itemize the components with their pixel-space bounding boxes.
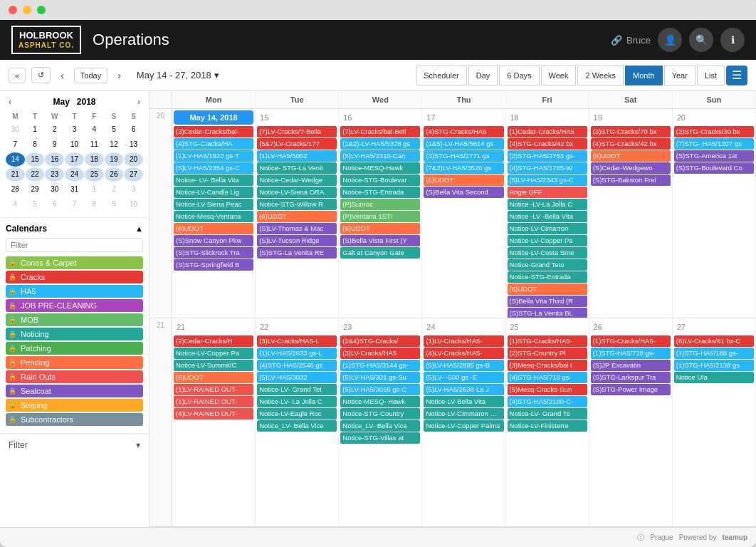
calendar-event[interactable]: (S)STG-Boulevard Co — [674, 162, 754, 174]
calendar-event[interactable]: (7)STG- HA5/1207 gs — [674, 138, 754, 150]
calendar-event[interactable]: (3)LV-Cracks/HA5 — [340, 348, 420, 359]
calendar-event[interactable]: (3)Mesq-Cracks/bal t — [508, 360, 587, 371]
calendar-event[interactable]: (S)LV-Tucson Ridge — [257, 235, 337, 246]
calendar-event[interactable]: (3)Cedar-Cracks/bal- — [174, 126, 253, 137]
calendar-event[interactable]: (S)STG-Power Image — [591, 384, 671, 395]
calendar-event[interactable]: (4)STG-Cracks/42 bx — [591, 138, 671, 150]
mini-day[interactable]: 19 — [105, 152, 124, 167]
mini-day[interactable]: 6 — [124, 123, 143, 137]
mini-day[interactable]: 21 — [6, 167, 25, 182]
calendar-filter-input[interactable] — [6, 238, 143, 252]
mini-day[interactable]: 28 — [6, 182, 25, 197]
calendar-event[interactable]: Notice-LV-Costa Sme — [508, 247, 587, 259]
mini-day[interactable]: 20 — [124, 152, 143, 167]
calendar-event[interactable]: (1)Cedar-Cracks/HA5 — [508, 126, 587, 137]
calendar-event[interactable]: (4)LV-RAINED OUT- — [174, 408, 253, 420]
calendar-event[interactable]: (S)Bella Vista First (Y — [340, 235, 420, 246]
calendar-item[interactable]: 🔒Pending — [6, 356, 143, 369]
calendar-event[interactable]: Notice-LV- Grand Te — [508, 408, 587, 420]
calendar-event[interactable]: (1)STG-HA5/2138 gs — [674, 360, 754, 371]
calendar-item[interactable]: 🔒Striping — [6, 399, 143, 412]
mini-day[interactable]: 5 — [105, 123, 124, 137]
mini-day[interactable]: 1 — [26, 123, 45, 137]
day-column[interactable]: 19(3)STG-Cracks/70 bx(4)STG-Cracks/42 bx… — [589, 109, 673, 318]
calendar-event[interactable]: (5)LV-HA5/301 gs-Su — [340, 372, 420, 383]
day-column[interactable]: 21(2)Cedar-Cracks/HNotice-LV-Copper PaNo… — [172, 318, 256, 527]
mini-day[interactable]: 30 — [45, 182, 64, 197]
calendar-event[interactable]: Notice_LV- Bella Vice — [257, 420, 337, 432]
view-day[interactable]: Day — [468, 66, 498, 85]
calendar-event[interactable]: Notice-LV-Copper Palms — [424, 420, 503, 432]
mini-day[interactable]: 9 — [105, 197, 124, 212]
calendar-event[interactable]: (S)STG-Larkspur Tra — [591, 372, 671, 383]
calendar-event[interactable]: (1&2)-LV-HA5/5378 gs — [340, 138, 420, 150]
mini-day[interactable]: 12 — [105, 137, 124, 152]
calendar-event[interactable]: Notice-LV-Copper Pa — [174, 348, 253, 359]
calendar-item[interactable]: 🔒Subcontractors — [6, 413, 143, 426]
mini-day[interactable]: 16 — [45, 152, 64, 167]
calendar-event[interactable]: Notice-MESQ- Hawk — [340, 396, 420, 407]
mini-day[interactable]: 4 — [6, 197, 25, 212]
calendar-event[interactable]: (4)LV-Cracks/HA5- — [424, 348, 503, 359]
view-scheduler[interactable]: Scheduler — [416, 66, 467, 85]
view-week[interactable]: Week — [541, 66, 577, 85]
mini-day[interactable]: 8 — [26, 137, 45, 152]
calendar-event[interactable]: (5)LV-HA5/2638-La J — [424, 384, 503, 395]
calendar-item[interactable]: 🔒Noticing — [6, 328, 143, 340]
calendar-event[interactable]: (3)STG-HA5/2771 gs — [424, 150, 503, 162]
calendar-event[interactable]: (7)LV-Cracks/?-Bella — [257, 126, 337, 137]
mini-day[interactable]: 15 — [26, 152, 45, 167]
mini-day[interactable]: 23 — [45, 167, 64, 182]
calendar-event[interactable]: (5)LV-HA5/2895 gs-B — [424, 360, 503, 371]
calendar-event[interactable]: (5)LV-HA5/3032 — [257, 372, 337, 383]
calendar-event[interactable]: (4)STG-Cracks/42 bx — [508, 138, 587, 150]
mini-day[interactable]: 1 — [85, 182, 104, 197]
day-column[interactable]: 24(1)LV-Cracks/HA5-(4)LV-Cracks/HA5-(5)L… — [422, 318, 505, 527]
calendar-event[interactable]: (1)STG-Cracks/HA5- — [591, 335, 671, 347]
nav-forward-btn[interactable]: › — [113, 68, 125, 83]
calendar-event[interactable]: (1)LV-Cracks/HA5- — [424, 335, 503, 347]
filter-section[interactable]: Filter ▾ — [0, 434, 149, 456]
calendar-event[interactable]: (4)STG-Cracks/HA5 — [424, 126, 503, 137]
calendar-event[interactable]: (5)LV-HA5/2343 gs-C — [508, 174, 587, 186]
mini-day[interactable]: 7 — [65, 197, 84, 212]
calendar-event[interactable]: Notice-Mesq-Ventana — [174, 211, 253, 222]
calendar-event[interactable]: Notice-STG-Entrada — [340, 187, 420, 198]
calendar-event[interactable]: Notice-LV- La Jolla C — [257, 396, 337, 407]
calendar-event[interactable]: (6)UDOT — [591, 150, 671, 162]
calendar-event[interactable]: Notice -LV-La Jolla C — [508, 199, 587, 210]
calendar-event[interactable]: (1)STG-HA5/3144 gs- — [340, 360, 420, 371]
calendar-event[interactable]: Notice-STG-Boulevar — [340, 174, 420, 186]
view-month[interactable]: Month — [625, 66, 663, 85]
calendar-event[interactable]: (2)STG-HA5/2753 gs- — [508, 150, 587, 162]
calendar-event[interactable]: (S)STG-Bakston Frei — [591, 174, 671, 186]
mini-day[interactable]: 7 — [6, 137, 25, 152]
mini-day[interactable]: 22 — [26, 167, 45, 182]
day-column[interactable]: 15(7)LV-Cracks/?-Bella(5&7)LV-Cracks/177… — [256, 109, 339, 318]
calendar-event[interactable]: (S)STG-Springfield B — [174, 259, 253, 271]
calendar-event[interactable]: Notice-STG-Entrada — [508, 271, 587, 283]
calendar-event[interactable]: (2)STG-Country Pl — [508, 348, 587, 359]
calendar-event[interactable]: (S)Bella Vita Third (R — [508, 296, 587, 307]
calendar-event[interactable]: Notice -LV -Bella Vita — [508, 211, 587, 222]
mini-day[interactable]: 18 — [85, 152, 104, 167]
calendar-event[interactable]: (S)LV-Thomas & Mac — [257, 223, 337, 234]
calendar-event[interactable]: (2)Cedar-Cracks/H — [174, 335, 253, 347]
calendar-event[interactable]: (5)LV- -500 gs -E — [424, 372, 503, 383]
day-column[interactable]: 22(3)LV-Cracks/HA5-L(1)LV-HA5/2633 gs-L(… — [256, 318, 339, 527]
calendar-event[interactable]: Notice-STG-Country — [340, 408, 420, 420]
mini-day[interactable]: 3 — [65, 123, 84, 137]
calendar-event[interactable]: (4)STG-HA5/718 gs- — [508, 372, 587, 383]
calendar-item[interactable]: 🔒Sealcoat — [6, 385, 143, 397]
calendar-event[interactable]: (4)STG-HA5/1765-W — [508, 162, 587, 174]
nav-back-btn[interactable]: ‹ — [56, 68, 68, 83]
mini-day[interactable]: 31 — [65, 182, 84, 197]
calendar-event[interactable]: Notice-MESQ-Hawk — [340, 162, 420, 174]
calendar-item[interactable]: 🔒Patching — [6, 342, 143, 355]
calendar-event[interactable]: (5&7)LV-Cracks/177 — [257, 138, 337, 150]
maximize-btn[interactable] — [37, 6, 46, 14]
calendar-item[interactable]: 🔒JOB PRE-CLEANING — [6, 299, 143, 312]
calendar-event[interactable]: Notice-STG-Willow R — [257, 199, 337, 210]
calendar-event[interactable]: Notice-LV-Summit/C — [174, 360, 253, 371]
mini-day[interactable]: 6 — [45, 197, 64, 212]
